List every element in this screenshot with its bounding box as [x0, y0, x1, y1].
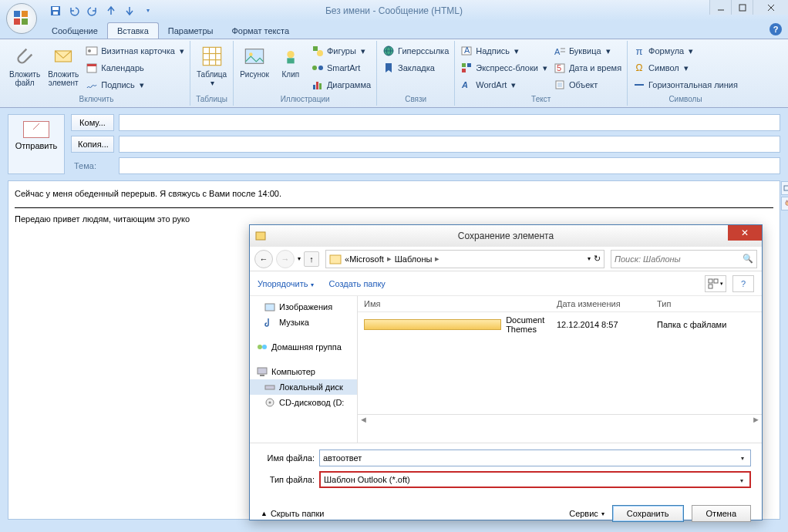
svg-point-23: [287, 51, 294, 58]
col-type[interactable]: Тип: [657, 299, 671, 308]
attach-file-button[interactable]: Вложить файл: [6, 42, 43, 94]
calendar-button[interactable]: Календарь: [83, 59, 187, 76]
smartart-button[interactable]: SmartArt: [309, 59, 373, 76]
col-date[interactable]: Дата изменения: [557, 299, 657, 308]
view-mode-button[interactable]: ▾: [705, 275, 726, 292]
save-button[interactable]: Сохранить: [612, 505, 684, 522]
address-bar[interactable]: « Microsoft▸ Шаблоны▸ ▾ ↻: [325, 250, 604, 268]
tree-localdisk[interactable]: Локальный диск: [250, 379, 357, 395]
dropcap-button[interactable]: AБуквица▾: [551, 42, 624, 59]
new-folder-button[interactable]: Создать папку: [329, 279, 386, 288]
ruler-icon[interactable]: [781, 181, 788, 195]
maximize-button[interactable]: [731, 0, 753, 15]
file-list[interactable]: Имя Дата изменения Тип Document Themes 1…: [358, 296, 762, 443]
cc-button[interactable]: Копия...: [71, 136, 114, 153]
hand-icon[interactable]: [781, 197, 788, 210]
svg-text:A: A: [464, 45, 470, 55]
quickparts-button[interactable]: Экспресс-блоки▾: [458, 59, 550, 76]
hide-folders-button[interactable]: ▲Скрыть папки: [261, 509, 325, 518]
up-button[interactable]: ↑: [304, 251, 319, 267]
shapes-button[interactable]: Фигуры▾: [309, 42, 373, 59]
tab-options[interactable]: Параметры: [159, 23, 223, 39]
previous-icon[interactable]: [104, 4, 118, 18]
save-icon[interactable]: [49, 4, 62, 18]
help-button[interactable]: ?: [732, 275, 754, 292]
tools-dropdown[interactable]: Сервис▾: [569, 509, 604, 518]
filetype-select[interactable]: Шаблон Outlook (*.oft)▾: [319, 471, 751, 488]
table-button[interactable]: Таблица▾: [194, 42, 230, 94]
search-input[interactable]: [615, 254, 743, 264]
clip-button[interactable]: Клип: [274, 42, 308, 94]
tab-message[interactable]: Сообщение: [42, 23, 107, 39]
chevron-down-icon[interactable]: ▾: [736, 452, 749, 464]
chevron-down-icon[interactable]: ▾: [736, 474, 748, 487]
send-button[interactable]: Отправить: [8, 114, 65, 174]
search-icon[interactable]: 🔍: [743, 254, 753, 264]
bookmark-button[interactable]: Закладка: [380, 59, 451, 76]
nav-dropdown-icon[interactable]: ▾: [298, 255, 301, 262]
hline-button[interactable]: Горизонтальная линия: [631, 76, 740, 93]
object-button[interactable]: Объект: [551, 76, 624, 93]
folder-tree[interactable]: Изображения Музыка Домашняя группа Компь…: [250, 296, 358, 443]
svg-rect-45: [557, 82, 562, 87]
to-button[interactable]: Кому...: [71, 114, 114, 131]
breadcrumb-2[interactable]: Шаблоны: [395, 254, 433, 264]
search-box[interactable]: 🔍: [611, 250, 757, 268]
tree-cddrive[interactable]: CD-дисковод (D:: [250, 395, 357, 410]
svg-point-60: [269, 402, 271, 404]
address-dropdown-icon[interactable]: ▾: [588, 255, 591, 262]
next-icon[interactable]: [123, 4, 136, 18]
smartart-icon: [311, 62, 324, 74]
horizontal-scrollbar[interactable]: ◄►: [358, 414, 762, 423]
wordart-icon: A: [460, 79, 473, 91]
svg-point-27: [312, 66, 317, 70]
tab-insert[interactable]: Вставка: [107, 22, 159, 39]
hyperlink-button[interactable]: Гиперссылка: [380, 42, 451, 59]
tree-images[interactable]: Изображения: [250, 299, 357, 315]
undo-icon[interactable]: [67, 4, 81, 18]
datetime-button[interactable]: 5Дата и время: [551, 59, 624, 76]
tree-homegroup[interactable]: Домашняя группа: [250, 339, 357, 355]
help-icon[interactable]: ?: [769, 23, 782, 35]
office-button[interactable]: [6, 3, 37, 34]
dialog-title: Сохранение элемента: [458, 231, 554, 241]
svg-text:5: 5: [557, 63, 561, 72]
cc-field[interactable]: [119, 136, 780, 153]
wordart-button[interactable]: AWordArt▾: [458, 76, 550, 93]
close-button[interactable]: [753, 0, 788, 15]
file-list-header[interactable]: Имя Дата изменения Тип: [358, 296, 762, 312]
table-icon: [200, 44, 224, 69]
textbox-button[interactable]: AНадпись▾: [458, 42, 550, 59]
subject-field[interactable]: [119, 157, 780, 174]
svg-rect-48: [256, 232, 265, 240]
business-card-button[interactable]: Визитная карточка▾: [83, 42, 187, 59]
cancel-button[interactable]: Отмена: [692, 505, 751, 522]
forward-button[interactable]: →: [276, 250, 295, 268]
organize-button[interactable]: Упорядочить ▾: [258, 279, 314, 288]
back-button[interactable]: ←: [254, 250, 273, 268]
attach-item-button[interactable]: Вложить элемент: [45, 42, 82, 94]
tree-computer[interactable]: Компьютер: [250, 364, 357, 379]
group-links-label: Связи: [380, 94, 451, 104]
tab-format[interactable]: Формат текста: [222, 23, 298, 39]
tree-music[interactable]: Музыка: [250, 315, 357, 330]
body-line-2: Передаю привет людям, читающим это руко: [15, 214, 773, 224]
qat-dropdown-icon[interactable]: ▾: [141, 4, 155, 18]
breadcrumb-1[interactable]: Microsoft: [349, 254, 384, 264]
equation-button[interactable]: πФормула▾: [631, 42, 740, 59]
chart-button[interactable]: Диаграмма: [309, 76, 373, 93]
redo-icon[interactable]: [86, 4, 99, 18]
file-row[interactable]: Document Themes 12.12.2014 8:57 Папка с …: [358, 312, 762, 337]
minimize-button[interactable]: [709, 0, 731, 15]
compose-header: Отправить Кому... Копия... Тема:: [0, 108, 788, 180]
folder-icon: [329, 254, 342, 264]
signature-button[interactable]: Подпись▾: [83, 76, 187, 93]
svg-rect-50: [709, 279, 712, 283]
col-name[interactable]: Имя: [364, 299, 557, 308]
to-field[interactable]: [119, 114, 780, 131]
picture-button[interactable]: Рисунок: [237, 42, 272, 94]
dialog-close-button[interactable]: ✕: [728, 225, 762, 241]
filename-input[interactable]: автоответ▾: [319, 450, 751, 466]
symbol-button[interactable]: ΩСимвол▾: [631, 59, 740, 76]
refresh-icon[interactable]: ↻: [594, 254, 601, 264]
